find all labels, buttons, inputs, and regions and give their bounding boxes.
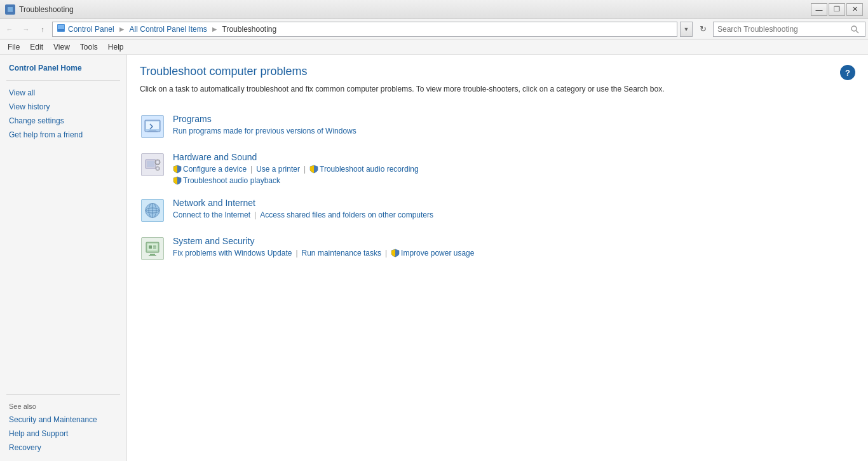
- hardware-link-printer[interactable]: Use a printer: [256, 165, 300, 174]
- programs-content: Programs Run programs made for previous …: [173, 114, 356, 135]
- search-box[interactable]: [713, 22, 865, 37]
- app-icon: [5, 4, 15, 15]
- see-also-label: See also: [0, 400, 126, 413]
- menu-help[interactable]: Help: [103, 39, 129, 54]
- system-link-windows-update[interactable]: Fix problems with Windows Update: [173, 249, 292, 258]
- maximize-button[interactable]: ❐: [829, 3, 845, 16]
- sidebar-get-help[interactable]: Get help from a friend: [0, 128, 126, 142]
- sidebar-change-settings[interactable]: Change settings: [0, 114, 126, 128]
- page-title: Troubleshoot computer problems: [140, 65, 665, 78]
- network-link-internet[interactable]: Connect to the Internet: [173, 210, 250, 219]
- menu-bar: File Edit View Tools Help: [0, 39, 868, 55]
- programs-links: Run programs made for previous versions …: [173, 127, 356, 135]
- svg-point-5: [851, 26, 857, 31]
- breadcrumb-control-panel[interactable]: Control Panel: [68, 25, 114, 34]
- system-link-maintenance[interactable]: Run maintenance tasks: [302, 249, 381, 258]
- breadcrumb-all-items[interactable]: All Control Panel Items: [130, 25, 207, 34]
- network-link-shared[interactable]: Access shared files and folders on other…: [260, 210, 433, 219]
- menu-view[interactable]: View: [48, 39, 75, 54]
- hardware-icon: [140, 152, 165, 177]
- category-network: Network and Internet Connect to the Inte…: [140, 198, 855, 223]
- svg-rect-25: [149, 255, 156, 256]
- sidebar-recovery[interactable]: Recovery: [0, 441, 126, 455]
- address-box[interactable]: Control Panel ► All Control Panel Items …: [52, 22, 677, 37]
- up-button[interactable]: ↑: [36, 22, 50, 36]
- category-programs-row: Programs Run programs made for previous …: [140, 114, 855, 139]
- content-header: Troubleshoot computer problems Click on …: [140, 65, 855, 107]
- category-system-row: System and Security Fix problems with Wi…: [140, 236, 855, 261]
- sidebar-divider-1: [6, 80, 120, 81]
- menu-file[interactable]: File: [3, 39, 25, 54]
- category-hardware-row: Hardware and Sound Configure a device | …: [140, 152, 855, 185]
- shield-icon-3: [173, 176, 182, 185]
- sidebar-help-support[interactable]: Help and Support: [0, 427, 126, 441]
- svg-rect-12: [147, 161, 154, 167]
- window-controls: — ❐ ✕: [811, 3, 863, 16]
- svg-rect-28: [153, 247, 156, 249]
- svg-point-14: [156, 161, 159, 163]
- programs-icon: [140, 114, 165, 139]
- hardware-link-configure[interactable]: Configure a device: [183, 165, 247, 174]
- svg-rect-10: [147, 132, 158, 132]
- shield-icon-1: [173, 165, 182, 174]
- address-dropdown[interactable]: ▼: [680, 22, 693, 37]
- category-hardware: Hardware and Sound Configure a device | …: [140, 152, 855, 185]
- programs-title[interactable]: Programs: [173, 114, 212, 124]
- svg-line-6: [856, 31, 858, 33]
- svg-rect-8: [146, 121, 159, 129]
- network-title[interactable]: Network and Internet: [173, 198, 255, 208]
- close-button[interactable]: ✕: [846, 3, 863, 16]
- menu-tools[interactable]: Tools: [75, 39, 103, 54]
- hardware-link-audio-recording[interactable]: Troubleshoot audio recording: [320, 165, 419, 174]
- main-layout: Control Panel Home View all View history…: [0, 55, 868, 461]
- category-network-row: Network and Internet Connect to the Inte…: [140, 198, 855, 223]
- forward-button[interactable]: →: [19, 22, 33, 36]
- sidebar-control-panel-home[interactable]: Control Panel Home: [0, 61, 126, 75]
- content-header-text: Troubleshoot computer problems Click on …: [140, 65, 665, 107]
- window-title: Troubleshooting: [19, 5, 74, 14]
- category-system: System and Security Fix problems with Wi…: [140, 236, 855, 261]
- title-bar: Troubleshooting — ❐ ✕: [0, 0, 868, 19]
- system-link-power[interactable]: Improve power usage: [401, 249, 474, 258]
- category-programs: Programs Run programs made for previous …: [140, 114, 855, 139]
- hardware-title[interactable]: Hardware and Sound: [173, 152, 257, 162]
- title-bar-left: Troubleshooting: [5, 4, 74, 15]
- system-title[interactable]: System and Security: [173, 236, 254, 246]
- help-button[interactable]: ?: [840, 65, 855, 80]
- hardware-links: Configure a device | Use a printer | Tro…: [173, 165, 419, 174]
- svg-rect-27: [153, 245, 156, 247]
- hardware-link-audio-playback[interactable]: Troubleshoot audio playback: [183, 176, 280, 185]
- svg-rect-4: [58, 25, 64, 29]
- shield-icon-2: [309, 165, 318, 174]
- shield-icon-4: [391, 249, 400, 258]
- breadcrumb-current: Troubleshooting: [222, 25, 277, 34]
- system-content: System and Security Fix problems with Wi…: [173, 236, 474, 258]
- address-bar: ← → ↑ Control Panel ► All Control Panel …: [0, 19, 868, 39]
- page-desc: Click on a task to automatically trouble…: [140, 83, 665, 95]
- sidebar: Control Panel Home View all View history…: [0, 55, 127, 461]
- minimize-button[interactable]: —: [811, 3, 827, 16]
- svg-rect-2: [8, 11, 13, 12]
- svg-rect-9: [149, 130, 156, 132]
- back-button[interactable]: ←: [3, 22, 17, 36]
- menu-edit[interactable]: Edit: [25, 39, 48, 54]
- sidebar-view-history[interactable]: View history: [0, 100, 126, 114]
- address-icon: [57, 24, 65, 34]
- svg-rect-26: [149, 245, 152, 249]
- system-icon: [140, 236, 165, 261]
- content-area: Troubleshoot computer problems Click on …: [127, 55, 868, 461]
- refresh-button[interactable]: ↻: [695, 22, 710, 37]
- system-links: Fix problems with Windows Update | Run m…: [173, 249, 474, 258]
- search-input[interactable]: [717, 25, 846, 34]
- svg-rect-1: [8, 7, 13, 11]
- sidebar-view-all[interactable]: View all: [0, 86, 126, 100]
- search-icon[interactable]: [848, 23, 861, 36]
- sidebar-divider-2: [6, 394, 120, 395]
- svg-point-16: [157, 168, 159, 170]
- hardware-content: Hardware and Sound Configure a device | …: [173, 152, 419, 185]
- hardware-links-2: Troubleshoot audio playback: [173, 176, 419, 185]
- sidebar-security-maintenance[interactable]: Security and Maintenance: [0, 413, 126, 427]
- svg-rect-24: [150, 254, 155, 255]
- network-content: Network and Internet Connect to the Inte…: [173, 198, 433, 219]
- programs-link-1[interactable]: Run programs made for previous versions …: [173, 127, 356, 135]
